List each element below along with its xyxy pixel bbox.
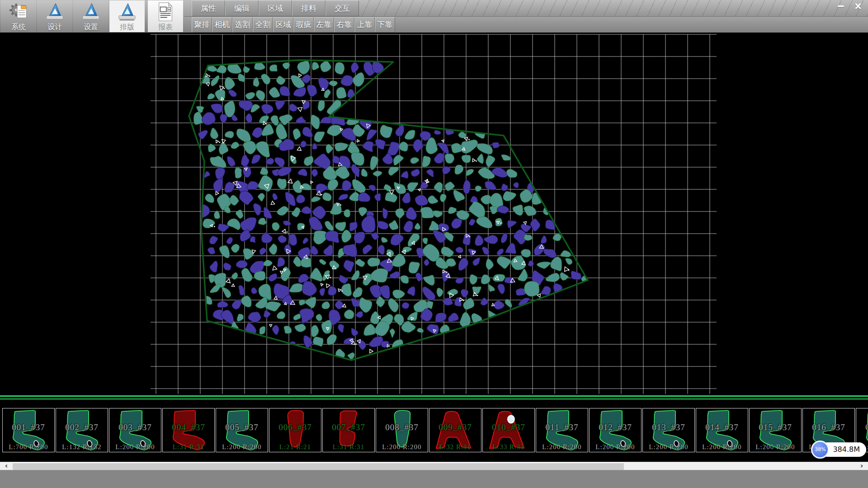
- main-toolbar: 系统 设计 设置 排版 报表: [0, 0, 184, 33]
- set-square-icon: [80, 1, 101, 22]
- part-thumbnail[interactable]: 011_#37 L:200 R:200: [536, 408, 588, 452]
- tool-button[interactable]: 下靠: [375, 17, 395, 33]
- application-window: 系统 设计 设置 排版 报表 属性编辑区域排料交互 − × 聚: [0, 0, 868, 488]
- part-thumbnail[interactable]: 010_#37 L:33 R:33: [482, 408, 535, 452]
- toolbar-right: 属性编辑区域排料交互 − × 聚排相机选割全割区域瑕疵左靠右靠上靠下靠: [184, 0, 868, 33]
- part-thumbnail[interactable]: 001_#37 L:700 R:700: [2, 408, 55, 452]
- set-square-icon: [117, 1, 137, 22]
- title-bar: − ×: [359, 0, 868, 16]
- tool-button[interactable]: 相机: [212, 17, 232, 33]
- set-square-icon: [44, 1, 65, 22]
- part-shape-icon: [646, 409, 691, 451]
- main-toolbar-button-1[interactable]: 系统: [1, 0, 36, 32]
- part-shape-icon: [593, 409, 637, 451]
- part-thumbnail[interactable]: 009_#37 L:32 R:31: [429, 408, 481, 452]
- menu-item[interactable]: 编辑: [225, 0, 259, 16]
- main-toolbar-button-2[interactable]: 设计: [37, 0, 72, 32]
- main-toolbar-button-label: 系统: [11, 23, 26, 31]
- part-shape-icon: [433, 409, 477, 451]
- minimize-button[interactable]: −: [835, 1, 847, 12]
- part-shape-icon: [219, 409, 264, 451]
- part-shape-icon: [699, 409, 744, 451]
- menu-buttons: 属性编辑区域排料交互: [192, 0, 359, 16]
- part-shape-icon: [6, 409, 51, 451]
- tool-row: 聚排相机选割全割区域瑕疵左靠右靠上靠下靠: [184, 16, 868, 33]
- menu-item[interactable]: 属性: [192, 0, 225, 16]
- main-toolbar-button-3[interactable]: 设置: [73, 0, 108, 32]
- tool-button[interactable]: 区域: [273, 17, 293, 33]
- status-badge: 38% 384.8M: [811, 441, 866, 459]
- scroll-left-arrow[interactable]: ‹: [1, 462, 12, 470]
- menu-item[interactable]: 交互: [326, 0, 359, 16]
- report-document-icon: [155, 1, 176, 22]
- part-shape-icon: [486, 409, 531, 451]
- part-shape-icon: [326, 409, 371, 451]
- horizontal-scrollbar[interactable]: ‹ ›: [0, 462, 868, 470]
- part-shape-icon: [113, 409, 157, 451]
- panel-divider-line-2: [0, 399, 868, 399]
- tool-button[interactable]: 右靠: [334, 17, 354, 33]
- part-thumbnail[interactable]: 004_#37 L:31 R:31: [162, 408, 215, 452]
- parts-panel: 001_#37 L:700 R:700 002_#37 L:132 R:132 …: [0, 395, 868, 462]
- part-thumbnail[interactable]: 003_#37 L:200 R:200: [109, 408, 161, 452]
- tool-button[interactable]: 选割: [232, 17, 253, 33]
- menu-item[interactable]: 区域: [259, 0, 292, 16]
- part-thumbnail[interactable]: 006_#37 L:21 R:21: [269, 408, 321, 452]
- toolbar: 系统 设计 设置 排版 报表 属性编辑区域排料交互 − × 聚: [0, 0, 868, 33]
- main-toolbar-button-5[interactable]: 报表: [148, 0, 183, 32]
- part-thumbnail[interactable]: 013_#37 L:200 R:200: [642, 408, 695, 452]
- part-shape-icon: [273, 409, 317, 451]
- tool-button[interactable]: 上靠: [354, 17, 375, 33]
- menu-item[interactable]: 排料: [292, 0, 326, 16]
- part-thumbnail[interactable]: 012_#37 L:200 R:200: [589, 408, 642, 452]
- part-shape-icon: [753, 409, 797, 451]
- main-toolbar-button-4[interactable]: 排版: [109, 0, 145, 32]
- part-shape-icon: [166, 409, 211, 451]
- part-shape-icon: [379, 409, 424, 451]
- part-thumbnail[interactable]: 007_#37 L:31 R:31: [322, 408, 375, 452]
- part-thumbnail[interactable]: 014_#37 L:200 R:200: [696, 408, 748, 452]
- part-thumbnail[interactable]: 002_#37 L:132 R:132: [56, 408, 108, 452]
- close-button[interactable]: ×: [852, 1, 864, 12]
- part-shape-icon: [59, 409, 104, 451]
- tool-button[interactable]: 聚排: [192, 17, 212, 33]
- main-toolbar-button-label: 排版: [120, 23, 134, 31]
- tool-button[interactable]: 瑕疵: [293, 17, 314, 33]
- scrollbar-thumb[interactable]: [13, 463, 624, 470]
- tool-button[interactable]: 左靠: [314, 17, 334, 33]
- part-thumbnail[interactable]: 005_#37 L:200 R:200: [216, 408, 268, 452]
- menu-bar: 属性编辑区域排料交互 − ×: [184, 0, 868, 16]
- status-bar: [0, 470, 868, 488]
- part-thumbnail[interactable]: 015_#37 L:200 R:200: [749, 408, 802, 452]
- canvas-area: [0, 33, 868, 395]
- part-list: 001_#37 L:700 R:700 002_#37 L:132 R:132 …: [2, 408, 868, 452]
- part-shape-icon: [539, 409, 584, 451]
- main-toolbar-button-label: 报表: [158, 23, 173, 31]
- main-toolbar-button-label: 设计: [47, 23, 62, 31]
- nesting-canvas[interactable]: [0, 33, 868, 395]
- main-toolbar-button-label: 设置: [84, 23, 98, 31]
- tool-button[interactable]: 全割: [253, 17, 273, 33]
- scroll-right-arrow[interactable]: ›: [856, 462, 867, 470]
- gear-document-icon: [8, 1, 29, 22]
- part-thumbnail[interactable]: 008_#37 L:200 R:200: [376, 408, 428, 452]
